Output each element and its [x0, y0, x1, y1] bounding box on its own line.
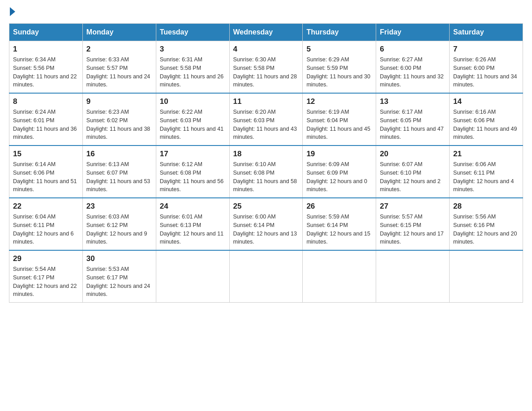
calendar-header-monday: Monday: [82, 24, 156, 41]
calendar-cell: 10 Sunrise: 6:22 AMSunset: 6:03 PMDaylig…: [156, 93, 229, 146]
day-number: 4: [233, 45, 299, 54]
day-info: Sunrise: 6:06 AMSunset: 6:11 PMDaylight:…: [453, 161, 514, 193]
day-info: Sunrise: 6:22 AMSunset: 6:03 PMDaylight:…: [160, 109, 223, 140]
calendar-cell: 8 Sunrise: 6:24 AMSunset: 6:01 PMDayligh…: [9, 93, 83, 146]
day-info: Sunrise: 5:56 AMSunset: 6:16 PMDaylight:…: [453, 214, 517, 245]
day-info: Sunrise: 6:19 AMSunset: 6:04 PMDaylight:…: [306, 109, 370, 140]
calendar-cell: [450, 250, 523, 303]
day-number: 3: [160, 45, 226, 54]
day-info: Sunrise: 6:14 AMSunset: 6:06 PMDaylight:…: [13, 161, 77, 193]
calendar-cell: 20 Sunrise: 6:07 AMSunset: 6:10 PMDaylig…: [376, 146, 450, 198]
day-number: 21: [453, 150, 519, 158]
day-number: 10: [160, 97, 226, 106]
calendar-cell: 14 Sunrise: 6:16 AMSunset: 6:06 PMDaylig…: [450, 93, 523, 146]
calendar-cell: 30 Sunrise: 5:53 AMSunset: 6:17 PMDaylig…: [82, 250, 156, 303]
day-info: Sunrise: 6:12 AMSunset: 6:08 PMDaylight:…: [160, 161, 223, 193]
day-number: 28: [453, 202, 519, 211]
calendar-cell: 22 Sunrise: 6:04 AMSunset: 6:11 PMDaylig…: [9, 198, 83, 250]
calendar-cell: 4 Sunrise: 6:30 AMSunset: 5:58 PMDayligh…: [229, 41, 303, 94]
logo: [9, 9, 15, 16]
day-info: Sunrise: 6:13 AMSunset: 6:07 PMDaylight:…: [86, 161, 150, 193]
calendar-header-friday: Friday: [376, 24, 450, 41]
day-number: 16: [86, 150, 152, 158]
calendar-cell: 11 Sunrise: 6:20 AMSunset: 6:03 PMDaylig…: [229, 93, 303, 146]
calendar-cell: 2 Sunrise: 6:33 AMSunset: 5:57 PMDayligh…: [82, 41, 156, 94]
day-number: 25: [233, 202, 299, 211]
calendar-cell: 7 Sunrise: 6:26 AMSunset: 6:00 PMDayligh…: [450, 41, 523, 94]
day-number: 12: [306, 97, 372, 106]
day-number: 23: [86, 202, 152, 211]
day-number: 6: [380, 45, 446, 54]
calendar-cell: 19 Sunrise: 6:09 AMSunset: 6:09 PMDaylig…: [303, 146, 376, 198]
page-header: [9, 9, 523, 16]
day-number: 22: [13, 202, 79, 211]
day-info: Sunrise: 6:26 AMSunset: 6:00 PMDaylight:…: [453, 56, 517, 88]
day-number: 20: [380, 150, 446, 158]
day-number: 24: [160, 202, 226, 211]
day-number: 27: [380, 202, 446, 211]
day-number: 18: [233, 150, 299, 158]
day-info: Sunrise: 6:17 AMSunset: 6:05 PMDaylight:…: [380, 109, 443, 140]
calendar-cell: 5 Sunrise: 6:29 AMSunset: 5:59 PMDayligh…: [303, 41, 376, 94]
day-info: Sunrise: 6:07 AMSunset: 6:10 PMDaylight:…: [380, 161, 441, 193]
day-info: Sunrise: 6:01 AMSunset: 6:13 PMDaylight:…: [160, 214, 223, 245]
logo-arrow-icon: [10, 7, 15, 16]
day-info: Sunrise: 6:29 AMSunset: 5:59 PMDaylight:…: [306, 56, 370, 88]
day-info: Sunrise: 6:34 AMSunset: 5:56 PMDaylight:…: [13, 56, 77, 88]
calendar-header-row: SundayMondayTuesdayWednesdayThursdayFrid…: [9, 24, 523, 41]
calendar-cell: 25 Sunrise: 6:00 AMSunset: 6:14 PMDaylig…: [229, 198, 303, 250]
day-number: 26: [306, 202, 372, 211]
day-number: 29: [13, 254, 79, 263]
day-info: Sunrise: 6:04 AMSunset: 6:11 PMDaylight:…: [13, 214, 74, 245]
day-number: 5: [306, 45, 372, 54]
calendar-cell: 23 Sunrise: 6:03 AMSunset: 6:12 PMDaylig…: [82, 198, 156, 250]
calendar-header-tuesday: Tuesday: [156, 24, 229, 41]
day-number: 9: [86, 97, 152, 106]
day-number: 11: [233, 97, 299, 106]
calendar-cell: 28 Sunrise: 5:56 AMSunset: 6:16 PMDaylig…: [450, 198, 523, 250]
day-info: Sunrise: 6:31 AMSunset: 5:58 PMDaylight:…: [160, 56, 223, 88]
calendar-cell: 15 Sunrise: 6:14 AMSunset: 6:06 PMDaylig…: [9, 146, 83, 198]
calendar-cell: [303, 250, 376, 303]
day-number: 1: [13, 45, 79, 54]
calendar-header-thursday: Thursday: [303, 24, 376, 41]
day-info: Sunrise: 6:00 AMSunset: 6:14 PMDaylight:…: [233, 214, 297, 245]
calendar-cell: 3 Sunrise: 6:31 AMSunset: 5:58 PMDayligh…: [156, 41, 229, 94]
day-info: Sunrise: 5:54 AMSunset: 6:17 PMDaylight:…: [13, 266, 77, 297]
calendar-cell: 1 Sunrise: 6:34 AMSunset: 5:56 PMDayligh…: [9, 41, 83, 94]
calendar-table: SundayMondayTuesdayWednesdayThursdayFrid…: [9, 23, 523, 303]
calendar-week-row: 29 Sunrise: 5:54 AMSunset: 6:17 PMDaylig…: [9, 250, 523, 303]
calendar-cell: 12 Sunrise: 6:19 AMSunset: 6:04 PMDaylig…: [303, 93, 376, 146]
calendar-cell: 16 Sunrise: 6:13 AMSunset: 6:07 PMDaylig…: [82, 146, 156, 198]
calendar-cell: 27 Sunrise: 5:57 AMSunset: 6:15 PMDaylig…: [376, 198, 450, 250]
calendar-cell: 9 Sunrise: 6:23 AMSunset: 6:02 PMDayligh…: [82, 93, 156, 146]
calendar-cell: 6 Sunrise: 6:27 AMSunset: 6:00 PMDayligh…: [376, 41, 450, 94]
day-number: 14: [453, 97, 519, 106]
day-info: Sunrise: 6:16 AMSunset: 6:06 PMDaylight:…: [453, 109, 517, 140]
calendar-cell: [229, 250, 303, 303]
day-number: 17: [160, 150, 226, 158]
calendar-cell: 29 Sunrise: 5:54 AMSunset: 6:17 PMDaylig…: [9, 250, 83, 303]
day-info: Sunrise: 5:53 AMSunset: 6:17 PMDaylight:…: [86, 266, 150, 297]
day-info: Sunrise: 6:30 AMSunset: 5:58 PMDaylight:…: [233, 56, 297, 88]
day-info: Sunrise: 5:59 AMSunset: 6:14 PMDaylight:…: [306, 214, 370, 245]
day-number: 8: [13, 97, 79, 106]
day-number: 19: [306, 150, 372, 158]
calendar-header-sunday: Sunday: [9, 24, 83, 41]
calendar-cell: [376, 250, 450, 303]
calendar-header-saturday: Saturday: [450, 24, 523, 41]
day-info: Sunrise: 6:23 AMSunset: 6:02 PMDaylight:…: [86, 109, 150, 140]
calendar-week-row: 8 Sunrise: 6:24 AMSunset: 6:01 PMDayligh…: [9, 93, 523, 146]
day-number: 7: [453, 45, 519, 54]
day-info: Sunrise: 5:57 AMSunset: 6:15 PMDaylight:…: [380, 214, 443, 245]
calendar-header-wednesday: Wednesday: [229, 24, 303, 41]
day-number: 2: [86, 45, 152, 54]
day-info: Sunrise: 6:24 AMSunset: 6:01 PMDaylight:…: [13, 109, 77, 140]
calendar-cell: 24 Sunrise: 6:01 AMSunset: 6:13 PMDaylig…: [156, 198, 229, 250]
calendar-cell: 13 Sunrise: 6:17 AMSunset: 6:05 PMDaylig…: [376, 93, 450, 146]
calendar-cell: 21 Sunrise: 6:06 AMSunset: 6:11 PMDaylig…: [450, 146, 523, 198]
day-number: 30: [86, 254, 152, 263]
day-number: 13: [380, 97, 446, 106]
calendar-cell: 18 Sunrise: 6:10 AMSunset: 6:08 PMDaylig…: [229, 146, 303, 198]
day-info: Sunrise: 6:27 AMSunset: 6:00 PMDaylight:…: [380, 56, 443, 88]
